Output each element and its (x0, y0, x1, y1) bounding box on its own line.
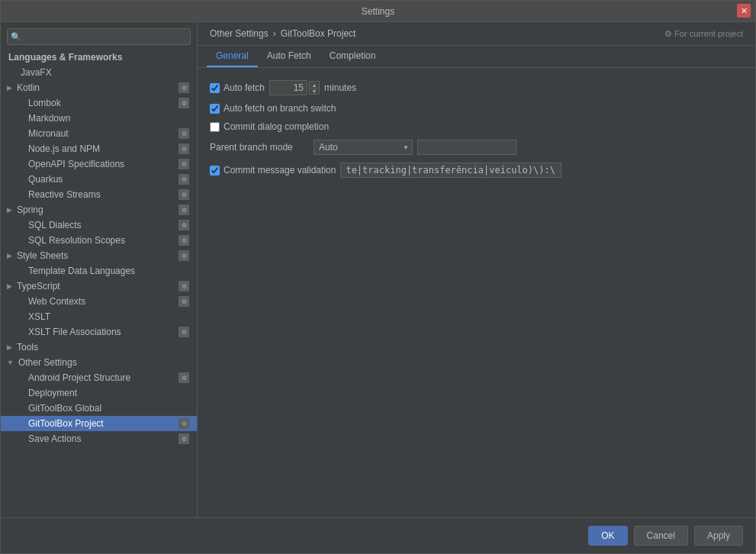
parent-branch-label: Parent branch mode (210, 142, 309, 153)
sidebar-item-save-actions[interactable]: Save Actions ⚙ (1, 431, 197, 446)
chevron-right-icon: ▶ (7, 252, 12, 259)
sidebar-item-spring[interactable]: ▶ Spring ⚙ (1, 202, 197, 217)
tab-general[interactable]: General (207, 46, 258, 67)
sidebar-item-sql-dialects[interactable]: SQL Dialects ⚙ (1, 217, 197, 233)
auto-fetch-row: Auto fetch ▲ ▼ minutes (210, 80, 743, 95)
settings-dialog: Settings ✕ 🔍 Languages & Frameworks Java… (0, 0, 756, 554)
auto-fetch-minutes-input[interactable] (269, 80, 307, 95)
sidebar-item-style-sheets[interactable]: ▶ Style Sheets ⚙ (1, 248, 197, 263)
search-input[interactable] (7, 28, 191, 45)
chevron-right-icon: ▶ (7, 282, 12, 290)
search-box[interactable]: 🔍 (7, 28, 191, 45)
sidebar-item-other-settings[interactable]: ▼ Other Settings (1, 355, 197, 370)
auto-fetch-branch-checkbox[interactable] (210, 104, 220, 114)
sidebar-item-typescript[interactable]: ▶ TypeScript ⚙ (1, 279, 197, 294)
cancel-button[interactable]: Cancel (634, 526, 688, 546)
sidebar-item-micronaut[interactable]: Micronaut ⚙ (1, 126, 197, 141)
chevron-right-icon: ▶ (7, 84, 12, 92)
sidebar-item-markdown[interactable]: Markdown (1, 111, 197, 126)
chevron-right-icon: ▶ (7, 343, 12, 351)
breadcrumb-current: GitToolBox Project (281, 28, 356, 39)
commit-dialog-row: Commit dialog completion (210, 121, 743, 132)
apply-button[interactable]: Apply (694, 526, 743, 546)
settings-icon: ⚙ (179, 82, 189, 93)
settings-icon: ⚙ (179, 235, 189, 246)
sidebar-item-web-contexts[interactable]: Web Contexts ⚙ (1, 294, 197, 309)
sidebar-section-languages: Languages & Frameworks (1, 50, 197, 65)
spinner-up-button[interactable]: ▲ (309, 81, 320, 88)
commit-dialog-checkbox[interactable] (210, 122, 220, 132)
auto-fetch-spinner: ▲ ▼ (309, 81, 320, 95)
settings-icon: ⚙ (179, 327, 189, 337)
sidebar-item-nodejs[interactable]: Node.js and NPM ⚙ (1, 141, 197, 156)
sidebar-item-xslt[interactable]: XSLT (1, 309, 197, 324)
close-button[interactable]: ✕ (737, 4, 751, 18)
settings-icon: ⚙ (179, 205, 189, 215)
main-content: Other Settings › GitToolBox Project ⚙ Fo… (198, 22, 755, 517)
search-icon: 🔍 (11, 32, 21, 42)
project-note: ⚙ For current project (664, 29, 743, 39)
settings-icon: ⚙ (179, 174, 189, 185)
sidebar-item-gittoolbox-project[interactable]: GitToolBox Project ⚙ (1, 416, 197, 431)
breadcrumb-parent: Other Settings (210, 28, 269, 39)
tab-auto-fetch[interactable]: Auto Fetch (258, 46, 320, 67)
sidebar-item-lombok[interactable]: Lombok ⚙ (1, 95, 197, 111)
chevron-right-icon: ▶ (7, 206, 12, 214)
commit-message-row: Commit message validation te|tracking|tr… (210, 163, 743, 178)
sidebar-item-template-data[interactable]: Template Data Languages (1, 263, 197, 279)
settings-icon: ⚙ (179, 220, 189, 230)
commit-message-label[interactable]: Commit message validation (210, 165, 336, 176)
settings-icon: ⚙ (179, 250, 189, 261)
breadcrumb: Other Settings › GitToolBox Project ⚙ Fo… (198, 22, 755, 46)
sidebar-item-xslt-file-assoc[interactable]: XSLT File Associations ⚙ (1, 324, 197, 340)
settings-icon: ⚙ (179, 418, 189, 429)
settings-icon: ⚙ (179, 189, 189, 200)
sidebar-item-deployment[interactable]: Deployment (1, 385, 197, 401)
spinner-down-button[interactable]: ▼ (309, 88, 320, 95)
sidebar-item-quarkus[interactable]: Quarkus ⚙ (1, 172, 197, 187)
auto-fetch-branch-label[interactable]: Auto fetch on branch switch (210, 103, 336, 114)
settings-icon: ⚙ (179, 296, 189, 307)
commit-dialog-label[interactable]: Commit dialog completion (210, 121, 329, 132)
sidebar-item-reactive-streams[interactable]: Reactive Streams ⚙ (1, 187, 197, 202)
ok-button[interactable]: OK (588, 526, 627, 546)
commit-message-checkbox[interactable] (210, 166, 220, 176)
tabs-bar: General Auto Fetch Completion (198, 46, 755, 68)
parent-branch-extra-input[interactable] (417, 140, 516, 155)
settings-icon: ⚙ (179, 143, 189, 154)
tab-content-general: Auto fetch ▲ ▼ minutes Auto fetch on bra… (198, 68, 755, 517)
title-bar: Settings ✕ (1, 1, 755, 22)
settings-icon: ⚙ (179, 372, 189, 383)
sidebar-item-android[interactable]: Android Project Structure ⚙ (1, 370, 197, 385)
sidebar-item-sql-resolution[interactable]: SQL Resolution Scopes ⚙ (1, 233, 197, 248)
auto-fetch-checkbox-label[interactable]: Auto fetch (210, 82, 265, 93)
settings-icon: ⚙ (179, 159, 189, 169)
settings-icon: ⚙ (179, 128, 189, 139)
tab-completion[interactable]: Completion (320, 46, 385, 67)
dialog-title: Settings (362, 6, 394, 17)
commit-message-regex-input[interactable]: te|tracking|transferência|veiculo)\):\s.… (340, 163, 561, 178)
auto-fetch-branch-row: Auto fetch on branch switch (210, 103, 743, 114)
sidebar-item-kotlin[interactable]: ▶ Kotlin ⚙ (1, 80, 197, 95)
dialog-body: 🔍 Languages & Frameworks JavaFX ▶ Kotlin… (1, 22, 755, 517)
parent-branch-select-wrapper: Auto Manual (314, 140, 413, 155)
breadcrumb-separator: › (273, 28, 276, 39)
sidebar-item-gittoolbox-global[interactable]: GitToolBox Global (1, 401, 197, 416)
dialog-footer: OK Cancel Apply (1, 517, 755, 553)
parent-branch-row: Parent branch mode Auto Manual (210, 140, 743, 155)
settings-icon: ⚙ (179, 433, 189, 444)
settings-icon: ⚙ (179, 98, 189, 108)
sidebar: 🔍 Languages & Frameworks JavaFX ▶ Kotlin… (1, 22, 198, 517)
auto-fetch-checkbox[interactable] (210, 83, 220, 93)
sidebar-item-tools[interactable]: ▶ Tools (1, 340, 197, 355)
parent-branch-select[interactable]: Auto Manual (314, 140, 413, 155)
minutes-label: minutes (324, 82, 356, 93)
sidebar-item-openapi[interactable]: OpenAPI Specifications ⚙ (1, 156, 197, 172)
chevron-down-icon: ▼ (7, 359, 14, 366)
settings-icon: ⚙ (179, 281, 189, 291)
sidebar-item-javafx[interactable]: JavaFX (1, 65, 197, 80)
